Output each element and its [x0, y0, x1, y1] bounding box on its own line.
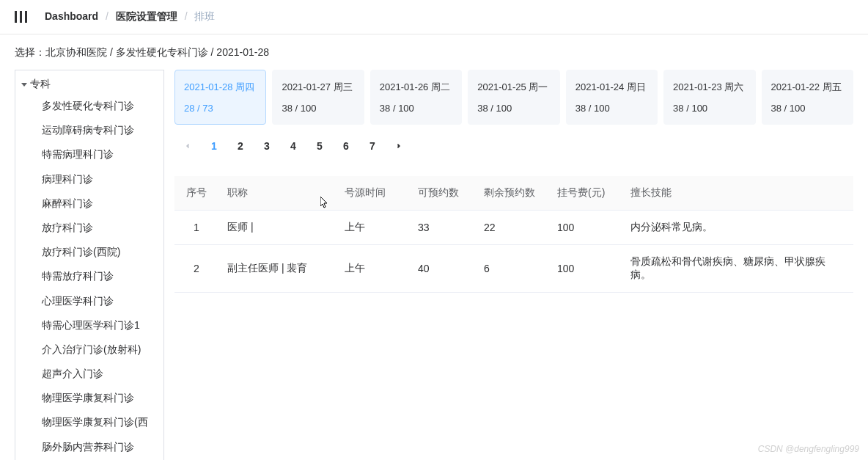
- th-skill: 擅长技能: [622, 176, 853, 211]
- date-card[interactable]: 2021-01-28 周四28 / 73: [174, 70, 266, 125]
- date-card-title: 2021-01-27 周三: [282, 81, 354, 94]
- table-row: 1医师 | 上午3322100内分泌科常见病。: [174, 211, 853, 245]
- pagination-page[interactable]: 6: [333, 135, 359, 157]
- th-time: 号源时间: [336, 176, 409, 211]
- cell-skill: 内分泌科常见病。: [622, 211, 853, 245]
- th-title: 职称: [218, 176, 336, 211]
- th-fee: 挂号费(元): [548, 176, 622, 211]
- tree-item[interactable]: 超声介入门诊: [15, 362, 163, 386]
- cell-remain: 6: [475, 245, 548, 293]
- date-card-count: 38 / 100: [771, 103, 844, 114]
- cell-available: 33: [409, 211, 475, 245]
- main-panel: 2021-01-28 周四28 / 732021-01-27 周三38 / 10…: [174, 70, 853, 460]
- table-header-row: 序号 职称 号源时间 可预约数 剩余预约数 挂号费(元) 擅长技能: [174, 176, 853, 211]
- date-card-count: 38 / 100: [282, 103, 354, 114]
- pagination-page[interactable]: 4: [280, 135, 306, 157]
- date-card-title: 2021-01-23 周六: [673, 81, 746, 94]
- department-tree-sidebar[interactable]: 专科 多发性硬化专科门诊运动障碍病专科门诊特需病理科门诊病理科门诊麻醉科门诊放疗…: [15, 70, 164, 460]
- selection-dept: 多发性硬化专科门诊: [116, 46, 208, 58]
- tree-item[interactable]: 物理医学康复科门诊(西: [15, 410, 163, 434]
- date-card-row: 2021-01-28 周四28 / 732021-01-27 周三38 / 10…: [174, 70, 853, 125]
- date-card[interactable]: 2021-01-24 周日38 / 100: [566, 70, 658, 125]
- date-card-count: 28 / 73: [184, 103, 257, 114]
- pagination-page[interactable]: 5: [306, 135, 333, 157]
- breadcrumb-dashboard[interactable]: Dashboard: [45, 10, 98, 22]
- tree-item[interactable]: 多发性硬化专科门诊: [15, 94, 163, 118]
- date-card-count: 38 / 100: [575, 103, 648, 114]
- watermark: CSDN @dengfengling999: [758, 444, 859, 454]
- date-card-title: 2021-01-25 周一: [477, 81, 550, 94]
- cell-time: 上午: [336, 211, 409, 245]
- tree-item[interactable]: 麻醉科门诊: [15, 191, 163, 216]
- pagination-page[interactable]: 7: [359, 135, 386, 157]
- th-remain: 剩余预约数: [475, 176, 548, 211]
- selection-path: 选择：北京协和医院 / 多发性硬化专科门诊 / 2021-01-28: [15, 46, 853, 59]
- tree-root-node[interactable]: 专科: [15, 75, 163, 94]
- pagination-page[interactable]: 1: [201, 135, 227, 157]
- cell-title: 副主任医师 | 裴育: [218, 245, 336, 293]
- tree-item[interactable]: 肠外肠内营养科门诊: [15, 435, 163, 459]
- cell-index: 1: [174, 211, 218, 245]
- breadcrumb-schedule: 排班: [194, 10, 215, 22]
- tree-item[interactable]: 特需放疗科门诊: [15, 264, 163, 288]
- cell-title: 医师 |: [218, 211, 336, 245]
- tree-item[interactable]: 放疗科门诊: [15, 216, 163, 240]
- selection-date: 2021-01-28: [216, 46, 269, 58]
- selection-hospital: 北京协和医院: [45, 46, 107, 58]
- date-card[interactable]: 2021-01-27 周三38 / 100: [272, 70, 364, 125]
- tree-item[interactable]: 物理医学康复科门诊: [15, 386, 163, 410]
- pagination-next[interactable]: [386, 135, 412, 157]
- pagination-page[interactable]: 2: [227, 135, 254, 157]
- cell-fee: 100: [548, 211, 622, 245]
- table-row: 2副主任医师 | 裴育上午406100骨质疏松和骨代谢疾病、糖尿病、甲状腺疾病。: [174, 245, 853, 293]
- pagination-prev[interactable]: [174, 135, 201, 157]
- cell-available: 40: [409, 245, 475, 293]
- th-index: 序号: [174, 176, 218, 211]
- tree-item[interactable]: 病理科门诊: [15, 167, 163, 191]
- chevron-right-icon: [394, 142, 403, 150]
- tree-root-label: 专科: [30, 78, 51, 91]
- date-card[interactable]: 2021-01-22 周五38 / 100: [762, 70, 853, 125]
- cell-index: 2: [174, 245, 218, 293]
- date-card-count: 38 / 100: [477, 103, 550, 114]
- date-card-title: 2021-01-26 周二: [380, 81, 452, 94]
- menu-toggle-icon[interactable]: [15, 11, 27, 23]
- cell-fee: 100: [548, 245, 622, 293]
- pagination: 1234567: [174, 132, 853, 160]
- date-card-title: 2021-01-28 周四: [184, 81, 257, 94]
- date-card-count: 38 / 100: [673, 103, 746, 114]
- date-card-count: 38 / 100: [380, 103, 452, 114]
- header-bar: Dashboard / 医院设置管理 / 排班: [0, 0, 868, 34]
- breadcrumb: Dashboard / 医院设置管理 / 排班: [45, 10, 215, 23]
- selection-prefix: 选择：: [15, 46, 45, 58]
- tree-item[interactable]: 特需心理医学科门诊1: [15, 313, 163, 337]
- date-card[interactable]: 2021-01-23 周六38 / 100: [663, 70, 755, 125]
- date-card-title: 2021-01-22 周五: [771, 81, 844, 94]
- date-card[interactable]: 2021-01-26 周二38 / 100: [370, 70, 462, 125]
- cell-remain: 22: [475, 211, 548, 245]
- cell-skill: 骨质疏松和骨代谢疾病、糖尿病、甲状腺疾病。: [622, 245, 853, 293]
- tree-item[interactable]: 运动障碍病专科门诊: [15, 118, 163, 142]
- breadcrumb-sep: /: [106, 10, 108, 22]
- caret-down-icon: [21, 83, 27, 87]
- th-available: 可预约数: [409, 176, 475, 211]
- tree-item[interactable]: 特需病理科门诊: [15, 142, 163, 167]
- breadcrumb-sep: /: [185, 10, 188, 22]
- pagination-page[interactable]: 3: [254, 135, 280, 157]
- content-area: 选择：北京协和医院 / 多发性硬化专科门诊 / 2021-01-28 专科 多发…: [0, 34, 868, 460]
- tree-item[interactable]: 介入治疗门诊(放射科): [15, 337, 163, 362]
- schedule-table: 序号 职称 号源时间 可预约数 剩余预约数 挂号费(元) 擅长技能 1医师 | …: [174, 176, 853, 293]
- tree-item[interactable]: 心理医学科门诊: [15, 289, 163, 313]
- tree-item[interactable]: 放疗科门诊(西院): [15, 240, 163, 264]
- breadcrumb-hospital-settings[interactable]: 医院设置管理: [116, 10, 177, 22]
- date-card[interactable]: 2021-01-25 周一38 / 100: [468, 70, 559, 125]
- cell-time: 上午: [336, 245, 409, 293]
- chevron-left-icon: [183, 142, 192, 150]
- date-card-title: 2021-01-24 周日: [575, 81, 648, 94]
